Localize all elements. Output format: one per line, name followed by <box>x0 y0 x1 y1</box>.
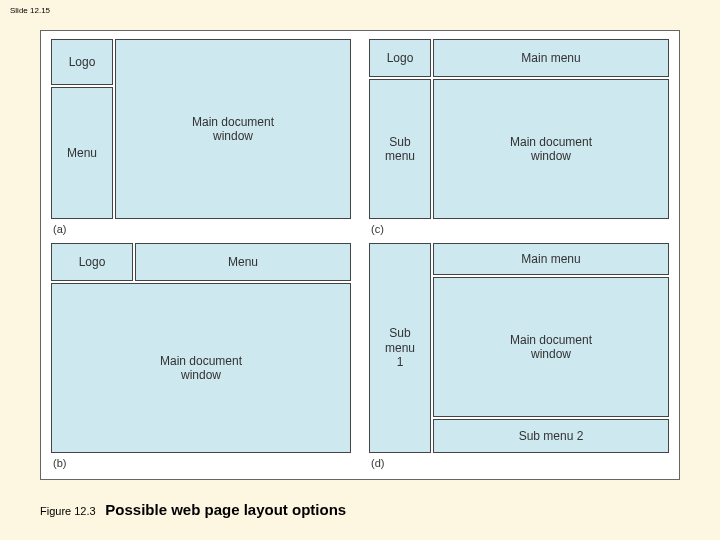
diagram-b: Logo Menu Main documentwindow <box>51 243 351 453</box>
diagram-c: Logo Main menu Submenu Main documentwind… <box>369 39 669 219</box>
box-sub-menu-2: Sub menu 2 <box>433 419 669 453</box>
layout-grid: Logo Menu Main documentwindow (a) Logo M… <box>51 39 669 471</box>
box-logo: Logo <box>369 39 431 77</box>
panel-a: Logo Menu Main documentwindow (a) <box>51 39 351 237</box>
panel-letter-c: (c) <box>369 219 669 237</box>
box-main-menu: Main menu <box>433 39 669 77</box>
box-main-document: Main documentwindow <box>433 79 669 219</box>
figure-frame: Logo Menu Main documentwindow (a) Logo M… <box>40 30 680 480</box>
figure-number: Figure 12.3 <box>40 505 96 517</box>
box-sub-menu: Submenu <box>369 79 431 219</box>
box-logo: Logo <box>51 39 113 85</box>
box-main-document: Main documentwindow <box>115 39 351 219</box>
box-sub-menu-1: Submenu1 <box>369 243 431 453</box>
box-menu: Menu <box>135 243 351 281</box>
box-main-document: Main documentwindow <box>433 277 669 417</box>
figure-title: Possible web page layout options <box>105 501 346 518</box>
diagram-d: Submenu1 Main menu Main documentwindow S… <box>369 243 669 453</box>
slide-number: Slide 12.15 <box>10 6 50 15</box>
figure-caption: Figure 12.3 Possible web page layout opt… <box>40 501 346 518</box>
diagram-a: Logo Menu Main documentwindow <box>51 39 351 219</box>
panel-c: Logo Main menu Submenu Main documentwind… <box>369 39 669 237</box>
box-main-document: Main documentwindow <box>51 283 351 453</box>
panel-b: Logo Menu Main documentwindow (b) <box>51 243 351 471</box>
panel-letter-d: (d) <box>369 453 669 471</box>
panel-letter-a: (a) <box>51 219 351 237</box>
box-menu: Menu <box>51 87 113 219</box>
box-logo: Logo <box>51 243 133 281</box>
panel-letter-b: (b) <box>51 453 351 471</box>
box-main-menu: Main menu <box>433 243 669 275</box>
panel-d: Submenu1 Main menu Main documentwindow S… <box>369 243 669 471</box>
